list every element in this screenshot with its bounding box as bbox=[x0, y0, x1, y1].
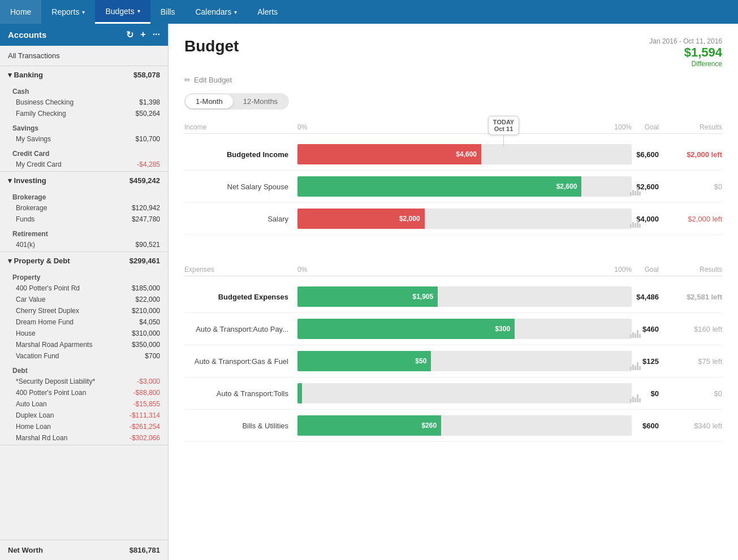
row-result: $2,000 left bbox=[666, 150, 722, 159]
account-item[interactable]: House$310,000 bbox=[0, 328, 168, 339]
account-item[interactable]: Funds$247,780 bbox=[0, 214, 168, 225]
expenses-bar-labels: 0% 100% bbox=[297, 266, 632, 274]
section-total: $459,242 bbox=[130, 176, 160, 185]
account-item[interactable]: Cherry Street Duplex$210,000 bbox=[0, 305, 168, 316]
budget-row: Auto & Transport:Gas & Fuel$50$125$75 le… bbox=[184, 345, 722, 377]
account-name: 400 Potter's Point Rd bbox=[16, 284, 80, 292]
row-bar: $50 bbox=[297, 351, 431, 371]
nav-item-calendars[interactable]: Calendars▾ bbox=[185, 0, 247, 24]
section-header-Investing[interactable]: ▾ Investing$459,242 bbox=[0, 172, 168, 189]
caret-icon: ▾ bbox=[137, 8, 140, 14]
period-toggle: 1-Month 12-Months bbox=[184, 93, 289, 110]
expenses-results-header: Results bbox=[666, 266, 722, 274]
mini-chart-icon bbox=[630, 188, 641, 196]
mini-chart-icon bbox=[630, 362, 641, 370]
budget-header: Budget Jan 2016 - Oct 11, 2016 $1,594 Di… bbox=[184, 37, 722, 68]
account-item[interactable]: 400 Potter's Point Loan-$88,800 bbox=[0, 387, 168, 398]
toggle-12months[interactable]: 12-Months bbox=[233, 94, 288, 108]
expenses-100pct: 100% bbox=[614, 266, 632, 274]
account-item[interactable]: Business Checking$1,398 bbox=[0, 97, 168, 108]
account-item[interactable]: Home Loan-$261,254 bbox=[0, 421, 168, 432]
sub-section-Savings: SavingsMy Savings$10,700 bbox=[0, 120, 168, 146]
row-bar: $2,600 bbox=[297, 176, 581, 197]
all-transactions-item[interactable]: All Transactions bbox=[0, 46, 168, 66]
section-name: ▾ Property & Debt bbox=[8, 257, 70, 265]
account-name: Home Loan bbox=[16, 423, 51, 431]
sidebar-sections: ▾ Banking$58,078CashBusiness Checking$1,… bbox=[0, 66, 168, 445]
main-content: Budget Jan 2016 - Oct 11, 2016 $1,594 Di… bbox=[169, 24, 738, 560]
account-amount: $247,780 bbox=[132, 215, 160, 223]
account-name: Cherry Street Duplex bbox=[16, 307, 79, 315]
sub-section-Credit Card: Credit CardMy Credit Card-$4,285 bbox=[0, 146, 168, 171]
top-navigation: HomeReports▾Budgets▾BillsCalendars▾Alert… bbox=[0, 0, 738, 24]
page-title: Budget bbox=[184, 37, 239, 55]
row-bar-container: $4,600TODAYOct 11 bbox=[297, 144, 632, 164]
section-header-Banking[interactable]: ▾ Banking$58,078 bbox=[0, 66, 168, 84]
income-goal-header: Goal bbox=[632, 123, 666, 131]
income-label: Income bbox=[184, 123, 297, 131]
account-item[interactable]: *Security Deposit Liability*-$3,000 bbox=[0, 376, 168, 387]
budget-row: Bills & Utilities$260$600$340 left bbox=[184, 410, 722, 442]
account-amount: -$261,254 bbox=[130, 423, 160, 431]
more-icon[interactable]: ··· bbox=[153, 29, 160, 40]
account-item[interactable]: 400 Potter's Point Rd$185,000 bbox=[0, 283, 168, 294]
mini-chart-icon bbox=[630, 394, 641, 402]
toggle-1month[interactable]: 1-Month bbox=[185, 94, 233, 108]
nav-item-bills[interactable]: Bills bbox=[150, 0, 185, 24]
account-name: Brokerage bbox=[16, 204, 47, 212]
account-name: 401(k) bbox=[16, 241, 35, 249]
income-section-header: Income 0% 100% Goal Results bbox=[184, 121, 722, 134]
income-section: Income 0% 100% Goal Results Budgeted Inc… bbox=[184, 121, 722, 235]
nav-item-reports[interactable]: Reports▾ bbox=[41, 0, 95, 24]
account-item[interactable]: My Credit Card-$4,285 bbox=[0, 159, 168, 170]
expense-rows: Budgeted Expenses$1,905$4,486$2,581 left… bbox=[184, 281, 722, 442]
nav-item-home[interactable]: Home bbox=[0, 0, 41, 24]
edit-budget-button[interactable]: ✏ Edit Budget bbox=[184, 76, 722, 84]
account-item[interactable]: Marshal Road Aparments$350,000 bbox=[0, 339, 168, 350]
account-amount: -$302,066 bbox=[130, 434, 160, 442]
budget-difference-label: Difference bbox=[649, 60, 722, 68]
account-name: Dream Home Fund bbox=[16, 318, 74, 326]
row-goal: $600 bbox=[632, 422, 666, 430]
section-header-Property & Debt[interactable]: ▾ Property & Debt$299,461 bbox=[0, 252, 168, 270]
income-results-header: Results bbox=[666, 123, 722, 131]
account-item[interactable]: Auto Loan-$15,855 bbox=[0, 398, 168, 410]
account-amount: -$88,800 bbox=[133, 389, 160, 397]
account-item[interactable]: Brokerage$120,942 bbox=[0, 202, 168, 214]
row-label: Auto & Transport:Auto Pay... bbox=[184, 325, 297, 333]
sub-section-Brokerage: BrokerageBrokerage$120,942Funds$247,780 bbox=[0, 189, 168, 226]
account-item[interactable]: Vacation Fund$700 bbox=[0, 350, 168, 362]
row-label: Salary bbox=[184, 215, 297, 223]
account-name: Duplex Loan bbox=[16, 411, 54, 419]
nav-item-budgets[interactable]: Budgets▾ bbox=[95, 0, 150, 24]
mini-chart-icon bbox=[630, 330, 641, 338]
account-item[interactable]: Dream Home Fund$4,050 bbox=[0, 316, 168, 328]
section-name: ▾ Banking bbox=[8, 71, 43, 79]
account-item[interactable]: My Savings$10,700 bbox=[0, 133, 168, 145]
account-name: Vacation Fund bbox=[16, 352, 59, 360]
sidebar-section-property-and-debt: ▾ Property & Debt$299,461Property400 Pot… bbox=[0, 252, 168, 445]
section-divider bbox=[184, 252, 722, 263]
sidebar: Accounts ↻ + ··· All Transactions ▾ Bank… bbox=[0, 24, 169, 560]
account-amount: $700 bbox=[145, 352, 160, 360]
account-item[interactable]: Duplex Loan-$111,314 bbox=[0, 410, 168, 421]
nav-item-alerts[interactable]: Alerts bbox=[247, 0, 288, 24]
row-result: $160 left bbox=[666, 325, 722, 333]
income-0pct: 0% bbox=[297, 123, 307, 131]
row-result: $2,000 left bbox=[666, 215, 722, 223]
account-amount: -$3,000 bbox=[137, 377, 160, 385]
account-item[interactable]: Family Checking$50,264 bbox=[0, 108, 168, 119]
sub-section-Cash: CashBusiness Checking$1,398Family Checki… bbox=[0, 84, 168, 120]
income-100pct: 100% bbox=[614, 123, 632, 131]
account-item[interactable]: 401(k)$90,521 bbox=[0, 239, 168, 250]
account-name: My Credit Card bbox=[16, 160, 62, 168]
section-name: ▾ Investing bbox=[8, 176, 46, 185]
account-item[interactable]: Marshal Rd Loan-$302,066 bbox=[0, 432, 168, 444]
account-item[interactable]: Car Value$22,000 bbox=[0, 294, 168, 305]
refresh-icon[interactable]: ↻ bbox=[126, 29, 133, 40]
account-amount: $350,000 bbox=[132, 341, 160, 349]
account-name: Marshal Road Aparments bbox=[16, 341, 92, 349]
add-icon[interactable]: + bbox=[140, 29, 145, 40]
account-name: House bbox=[16, 329, 36, 337]
account-name: Auto Loan bbox=[16, 400, 47, 408]
